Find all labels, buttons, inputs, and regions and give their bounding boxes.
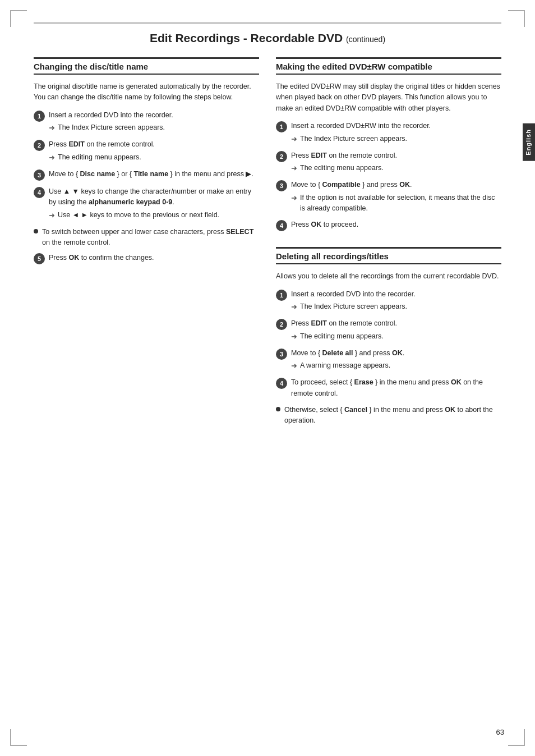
delete-step-content-4: To proceed, select { Erase } in the menu… <box>291 377 501 399</box>
compat-arrow-3: ➜ If the option is not available for sel… <box>291 193 501 214</box>
title-divider <box>34 22 501 24</box>
delete-step-content-1: Insert a recorded DVD into the recorder.… <box>291 289 501 313</box>
delete-step-num-2: 2 <box>276 319 287 330</box>
delete-step-4: 4 To proceed, select { Erase } in the me… <box>276 377 501 399</box>
side-tab: English <box>523 123 535 161</box>
arrow-1: ➜ The Index Picture screen appears. <box>49 122 259 134</box>
compat-step-num-4: 4 <box>276 220 287 231</box>
section-compatible: Making the edited DVD±RW compatible The … <box>276 57 501 231</box>
compat-step-num-3: 3 <box>276 180 287 191</box>
compat-step-1: 1 Insert a recorded DVD±RW into the reco… <box>276 121 501 145</box>
compat-step-content-4: Press OK to proceed. <box>291 219 501 230</box>
section-intro-compatible: The edited DVD±RW may still display the … <box>276 81 501 114</box>
bullet-content-1: To switch between upper and lower case c… <box>42 227 259 249</box>
step-5: 5 Press OK to confirm the changes. <box>34 253 259 264</box>
compat-step-content-3: Move to { Compatible } and press OK. ➜ I… <box>291 180 501 214</box>
step-num-3: 3 <box>34 169 45 181</box>
delete-step-1: 1 Insert a recorded DVD into the recorde… <box>276 289 501 313</box>
delete-step-num-1: 1 <box>276 290 287 301</box>
compat-arrow-1: ➜ The Index Picture screen appears. <box>291 134 501 145</box>
delete-step-content-2: Press EDIT on the remote control. ➜ The … <box>291 318 501 342</box>
corner-tl <box>10 10 27 27</box>
delete-arrow-2: ➜ The editing menu appears. <box>291 331 501 342</box>
compat-step-content-1: Insert a recorded DVD±RW into the record… <box>291 121 501 145</box>
corner-tr <box>508 10 525 27</box>
delete-step-3: 3 Move to { Delete all } and press OK. ➜… <box>276 348 501 372</box>
step-4: 4 Use ▲ ▼ keys to change the character/n… <box>34 186 259 221</box>
corner-bl <box>10 729 27 746</box>
step-num-1: 1 <box>34 111 45 122</box>
compat-step-3: 3 Move to { Compatible } and press OK. ➜… <box>276 180 501 214</box>
step-2: 2 Press EDIT on the remote control. ➜ Th… <box>34 139 259 163</box>
arrow-sym-1: ➜ <box>49 122 55 134</box>
delete-step-content-3: Move to { Delete all } and press OK. ➜ A… <box>291 348 501 372</box>
step-3: 3 Move to { Disc name } or { Title name … <box>34 169 259 181</box>
corner-br <box>508 729 525 746</box>
bullet-cancel: Otherwise, select { Cancel } in the menu… <box>276 405 501 427</box>
compat-arrow-2: ➜ The editing menu appears. <box>291 163 501 174</box>
section-title-delete: Deleting all recordings/titles <box>276 247 501 264</box>
section-title-compatible: Making the edited DVD±RW compatible <box>276 57 501 75</box>
section-delete-all: Deleting all recordings/titles Allows yo… <box>276 247 501 426</box>
section-title-change: Changing the disc/title name <box>34 57 259 75</box>
bullet-switch-case: To switch between upper and lower case c… <box>34 227 259 249</box>
compat-step-4: 4 Press OK to proceed. <box>276 219 501 231</box>
compat-step-2: 2 Press EDIT on the remote control. ➜ Th… <box>276 150 501 175</box>
bullet-dot-1 <box>34 229 38 233</box>
section-change-disc-title: Changing the disc/title name The origina… <box>34 57 259 264</box>
step-num-4: 4 <box>34 187 45 198</box>
col-right: Making the edited DVD±RW compatible The … <box>276 57 501 442</box>
bullet-dot-cancel <box>276 407 280 411</box>
step-num-5: 5 <box>34 253 45 264</box>
page-title: Edit Recordings - Recordable DVD (contin… <box>34 31 501 45</box>
arrow-4: ➜ Use ◄ ► keys to move to the previous o… <box>49 210 259 221</box>
section-intro-change: The original disc/title name is generate… <box>34 81 259 103</box>
step-content-4: Use ▲ ▼ keys to change the character/num… <box>49 186 259 221</box>
delete-arrow-1: ➜ The Index Picture screen appears. <box>291 301 501 313</box>
delete-step-num-4: 4 <box>276 378 287 389</box>
step-1: 1 Insert a recorded DVD into the recorde… <box>34 110 259 134</box>
delete-arrow-3: ➜ A warning message appears. <box>291 360 501 372</box>
section-intro-delete: Allows you to delete all the recordings … <box>276 271 501 282</box>
step-content-1: Insert a recorded DVD into the recorder.… <box>49 110 259 134</box>
delete-step-2: 2 Press EDIT on the remote control. ➜ Th… <box>276 318 501 342</box>
compat-step-content-2: Press EDIT on the remote control. ➜ The … <box>291 150 501 175</box>
two-col-layout: Changing the disc/title name The origina… <box>34 57 501 442</box>
bullet-content-cancel: Otherwise, select { Cancel } in the menu… <box>284 405 501 427</box>
page-number: 63 <box>496 728 504 736</box>
step-num-2: 2 <box>34 140 45 151</box>
arrow-sym-2: ➜ <box>49 152 55 163</box>
arrow-2: ➜ The editing menu appears. <box>49 152 259 163</box>
step-content-5: Press OK to confirm the changes. <box>49 253 259 263</box>
delete-step-num-3: 3 <box>276 349 287 360</box>
page-container: English Edit Recordings - Recordable DVD… <box>0 0 535 756</box>
step-content-2: Press EDIT on the remote control. ➜ The … <box>49 139 259 163</box>
compat-step-num-2: 2 <box>276 151 287 162</box>
compat-step-num-1: 1 <box>276 121 287 132</box>
step-content-3: Move to { Disc name } or { Title name } … <box>49 169 259 180</box>
arrow-sym-4: ➜ <box>49 210 55 221</box>
col-left: Changing the disc/title name The origina… <box>34 57 259 442</box>
